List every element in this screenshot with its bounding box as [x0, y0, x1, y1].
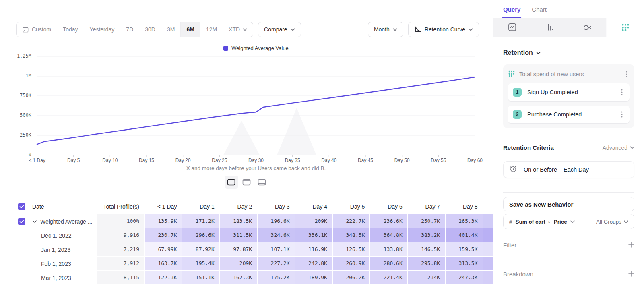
step-kebab-menu[interactable]: [619, 111, 625, 118]
flows-icon: [583, 23, 592, 32]
row-label[interactable]: Jan 1, 2023: [32, 242, 97, 257]
retention-value-cell: 171.2K: [182, 214, 220, 228]
behavior-kebab-menu[interactable]: [624, 71, 630, 77]
behavior-step[interactable]: 2Purchase Completed: [508, 106, 630, 123]
metric-selector-row[interactable]: # Sum of cart ▸ Price All Groups: [503, 214, 634, 229]
behavior-card: Total spend of new users 1Sign Up Comple…: [503, 64, 634, 128]
x-axis-label: Day 25: [201, 157, 237, 163]
date-range-3m[interactable]: 3M: [161, 22, 181, 37]
row-label[interactable]: Feb 1, 2023: [32, 257, 97, 271]
behavior-step[interactable]: 1Sign Up Completed: [508, 83, 630, 101]
chart-type-button[interactable]: Retention Curve: [408, 22, 479, 37]
retention-value-cell: 159.5K: [446, 242, 483, 257]
column-header-total-profiles: Total Profile(s): [97, 203, 145, 210]
row-label-text: Jan 1, 2023: [41, 247, 70, 253]
retention-value-cell: 260.9K: [333, 257, 370, 271]
table-row: Jan 1, 20237,21967.99K87.92K97.87K107.1K…: [16, 242, 493, 257]
calendar-icon: [22, 26, 29, 33]
granularity-button[interactable]: Month: [368, 22, 403, 37]
chevron-down-icon: [243, 28, 247, 31]
retention-value-cell: 87.92K: [182, 242, 220, 257]
retention-value-cell-clipped: [483, 257, 493, 271]
filter-section: Filter: [503, 237, 634, 253]
row-checkbox-cell: [16, 228, 32, 242]
report-tab-funnels[interactable]: [531, 18, 569, 37]
tab-query[interactable]: Query: [503, 6, 520, 18]
retention-value-cell: 195.4K: [182, 257, 220, 271]
query-sidebar: Query Chart Retention Total spend of new…: [493, 0, 644, 288]
report-tab-flows[interactable]: [569, 18, 607, 37]
retention-criteria-header: Retention Criteria Advanced: [503, 144, 634, 151]
step-kebab-menu[interactable]: [619, 89, 625, 95]
table-layout-split-middle[interactable]: [225, 176, 238, 189]
alarm-clock-icon: [509, 165, 517, 174]
behavior-steps: 1Sign Up Completed2Purchase Completed: [508, 83, 630, 123]
table-layout-split-top[interactable]: [240, 176, 254, 189]
row-label-text: Dec 1, 2022: [41, 232, 72, 239]
compare-button[interactable]: Compare: [258, 22, 301, 37]
date-range-label: Custom: [32, 26, 51, 33]
row-checkbox-cell: [16, 271, 32, 285]
retention-value-cell: 222.7K: [333, 214, 370, 228]
date-range-today[interactable]: Today: [57, 22, 84, 37]
add-breakdown-button[interactable]: [628, 271, 634, 277]
y-axis-label: 0: [0, 152, 31, 157]
retention-value-cell: 313.5K: [446, 257, 483, 271]
retention-value-cell-clipped: [483, 271, 493, 285]
retention-value-cell: 206.2K: [333, 271, 370, 285]
select-all-checkbox[interactable]: [18, 203, 25, 210]
y-axis-label: 250K: [0, 132, 31, 138]
chevron-down-icon: [291, 28, 295, 31]
date-range-custom[interactable]: Custom: [17, 22, 57, 37]
date-range-30d[interactable]: 30D: [139, 22, 161, 37]
criteria-condition-row[interactable]: On or Before Each Day: [503, 161, 634, 178]
retention-value-cell: 151.1K: [182, 271, 220, 285]
report-tab-insights[interactable]: [493, 18, 531, 37]
retention-value-cell: 230.7K: [145, 228, 182, 242]
row-expander-icon[interactable]: [32, 220, 37, 223]
report-tab-retention[interactable]: [607, 18, 644, 37]
date-range-yesterday[interactable]: Yesterday: [84, 22, 121, 37]
y-axis-label: 500K: [0, 112, 31, 118]
retention-value-cell: 163.7K: [145, 257, 182, 271]
retention-value-cell: 135.9K: [145, 214, 182, 228]
retention-value-cell: 236.6K: [370, 214, 408, 228]
retention-value-cell: 221.4K: [370, 271, 408, 285]
row-checkbox-cell: [16, 214, 32, 228]
row-label[interactable]: Mar 1, 2023: [32, 271, 97, 285]
legend-swatch: [223, 46, 228, 51]
retention-value-cell: 227.2K: [258, 257, 295, 271]
row-label[interactable]: Weighted Average ...: [32, 214, 97, 228]
row-label[interactable]: Dec 1, 2022: [32, 228, 97, 242]
date-range-12m[interactable]: 12M: [200, 22, 223, 37]
date-range-xtd[interactable]: XTD: [223, 22, 253, 37]
table-layout-split-bottom[interactable]: [255, 176, 269, 189]
groups-dropdown[interactable]: All Groups: [596, 219, 628, 225]
column-header-day: Day 3: [258, 203, 295, 210]
column-header-day: < 1 Day: [145, 203, 182, 210]
sidebar-tabs: Query Chart: [493, 0, 644, 18]
date-range-selector: CustomTodayYesterday7D30D3M6M12MXTD: [16, 22, 253, 37]
chevron-down-icon: [630, 146, 634, 149]
retention-value-cell: 122.3K: [145, 271, 182, 285]
table-row: Dec 1, 20229,916230.7K296.6K311.5K324.6K…: [16, 228, 493, 242]
criteria-mode-dropdown[interactable]: Advanced: [603, 145, 634, 151]
add-filter-button[interactable]: [628, 242, 634, 248]
behavior-card-header: Total spend of new users: [508, 69, 630, 79]
retention-value-cell: 133.8K: [370, 242, 408, 257]
column-header-day: Day 7: [408, 203, 446, 210]
retention-icon: [621, 23, 630, 32]
save-as-new-behavior-button[interactable]: Save as New Behavior: [503, 197, 634, 211]
tab-chart[interactable]: Chart: [532, 6, 547, 18]
date-range-6m[interactable]: 6M: [181, 22, 200, 37]
check-icon: [19, 205, 24, 209]
retention-criteria-title: Retention Criteria: [503, 144, 554, 151]
retention-section-header[interactable]: Retention: [503, 49, 541, 56]
column-header-date: Date: [32, 203, 97, 210]
date-range-7d[interactable]: 7D: [120, 22, 139, 37]
table-row: Weighted Average ...100%135.9K171.2K183.…: [16, 214, 493, 228]
date-range-label: 6M: [186, 26, 194, 33]
retention-value-cell-clipped: [483, 228, 493, 242]
row-checkbox[interactable]: [18, 218, 25, 225]
granularity-label: Month: [374, 26, 390, 33]
